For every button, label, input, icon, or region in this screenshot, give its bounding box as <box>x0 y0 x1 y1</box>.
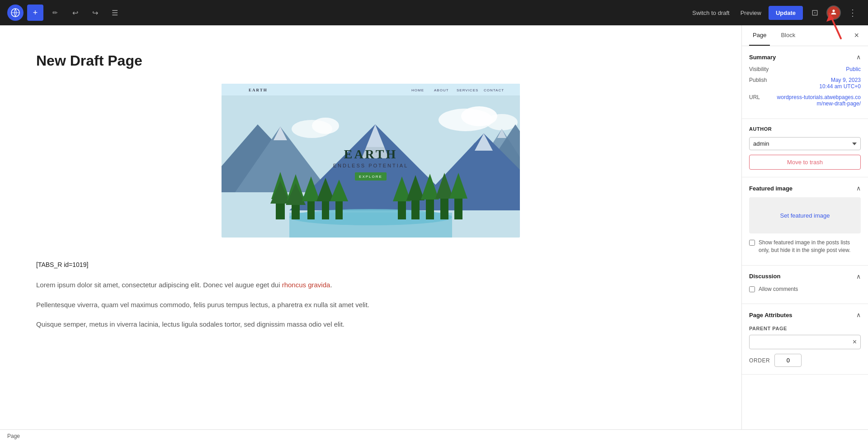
content-para-3: Quisque semper, metus in viverra lacinia… <box>36 318 705 330</box>
allow-comments-row: Allow comments <box>749 285 861 293</box>
move-to-trash-button[interactable]: Move to trash <box>749 155 861 170</box>
svg-text:ABOUT: ABOUT <box>434 88 449 92</box>
order-input[interactable] <box>774 354 802 367</box>
svg-point-6 <box>486 114 518 130</box>
pencil-icon: ✏ <box>52 9 58 16</box>
parent-page-clear-button[interactable]: × <box>853 338 857 346</box>
tab-page[interactable]: Page <box>749 25 770 46</box>
svg-text:CONTACT: CONTACT <box>484 88 504 92</box>
view-button[interactable]: ⊡ <box>807 5 823 21</box>
allow-comments-checkbox[interactable] <box>749 286 755 292</box>
hero-image-container: EARTH HOME ABOUT SERVICES CONTACT EARTH … <box>222 84 520 239</box>
tools-button[interactable]: ✏ <box>47 5 63 21</box>
publish-value[interactable]: May 9, 2023 10:44 am UTC+0 <box>776 77 861 90</box>
content-para-2: Pellentesque viverra, quam vel maximus c… <box>36 299 705 311</box>
page-title[interactable]: New Draft Page <box>36 52 705 69</box>
editor-area: New Draft Page <box>0 25 741 429</box>
svg-text:EARTH: EARTH <box>249 88 268 92</box>
svg-text:SERVICES: SERVICES <box>457 88 478 92</box>
set-featured-image-label: Set featured image <box>780 212 830 219</box>
visibility-value[interactable]: Public <box>776 66 861 72</box>
summary-title: Summary <box>749 54 776 61</box>
parent-page-input-container: × <box>749 335 861 349</box>
author-section: AUTHOR admin Move to trash <box>742 119 868 177</box>
sidebar-tabs: Page Block × <box>742 25 868 46</box>
publish-row: Publish May 9, 2023 10:44 am UTC+0 <box>749 77 861 90</box>
url-label: URL <box>749 94 776 100</box>
order-label: ORDER <box>749 357 770 364</box>
visibility-row: Visibility Public <box>749 66 861 72</box>
parent-page-input[interactable] <box>753 339 853 346</box>
summary-section-header: Summary ∧ <box>749 53 861 61</box>
discussion-section: Discussion ∧ Allow comments <box>742 266 868 304</box>
url-value[interactable]: wordpress-tutorials.atwebpages.com/new-d… <box>776 94 861 107</box>
featured-image-section: Featured image ∧ Set featured image Show… <box>742 177 868 266</box>
highlight-word: rhoncus gravida <box>282 281 330 289</box>
parent-page-label: PARENT PAGE <box>749 326 787 331</box>
update-button[interactable]: Update <box>769 6 803 20</box>
svg-text:ENDLESS POTENTIAL: ENDLESS POTENTIAL <box>333 163 409 168</box>
publish-label: Publish <box>749 77 776 83</box>
tab-block[interactable]: Block <box>777 25 799 46</box>
featured-image-checkbox-label[interactable]: Show featured image in the posts lists o… <box>759 239 861 254</box>
redo-icon: ↪ <box>92 9 98 17</box>
svg-text:EXPLORE: EXPLORE <box>359 175 382 179</box>
document-overview-button[interactable]: ☰ <box>107 5 123 21</box>
summary-toggle[interactable]: ∧ <box>856 53 861 61</box>
svg-text:HOME: HOME <box>411 88 424 92</box>
featured-image-checkbox-row: Show featured image in the posts lists o… <box>749 239 861 254</box>
preview-button[interactable]: Preview <box>737 7 765 19</box>
more-options-button[interactable]: ⋮ <box>844 5 861 21</box>
svg-point-8 <box>312 118 339 134</box>
redo-button[interactable]: ↪ <box>87 5 103 21</box>
avatar[interactable] <box>826 5 841 20</box>
page-attributes-toggle[interactable]: ∧ <box>856 311 861 318</box>
summary-section: Summary ∧ Visibility Public Publish May … <box>742 46 868 119</box>
featured-image-placeholder[interactable]: Set featured image <box>749 197 861 233</box>
featured-image-header: Featured image ∧ <box>749 185 861 192</box>
add-block-button[interactable]: + <box>27 5 43 21</box>
shortcode-text: [TABS_R id=1019] <box>36 261 705 268</box>
content-text: [TABS_R id=1019] Lorem ipsum dolor sit a… <box>36 261 705 330</box>
three-dots-icon: ⋮ <box>848 7 857 18</box>
page-attributes-header: Page Attributes ∧ <box>749 311 861 318</box>
discussion-toggle[interactable]: ∧ <box>856 273 861 280</box>
list-icon: ☰ <box>112 9 118 17</box>
earth-illustration: EARTH HOME ABOUT SERVICES CONTACT EARTH … <box>222 84 520 238</box>
sidebar-close-button[interactable]: × <box>852 25 861 46</box>
page-attributes-title: Page Attributes <box>749 312 793 318</box>
wp-logo[interactable] <box>7 5 24 21</box>
switch-to-draft-button[interactable]: Switch to draft <box>689 7 733 19</box>
status-bar: Page <box>0 429 868 442</box>
view-icon: ⊡ <box>811 8 818 18</box>
allow-comments-label[interactable]: Allow comments <box>759 285 798 293</box>
sidebar: Page Block × Summary ∧ Visibility Public… <box>741 25 868 429</box>
visibility-label: Visibility <box>749 66 776 72</box>
featured-image-checkbox[interactable] <box>749 240 755 246</box>
content-para-1: Lorem ipsum dolor sit amet, consectetur … <box>36 279 705 291</box>
author-label: AUTHOR <box>749 126 772 132</box>
discussion-title: Discussion <box>749 273 780 280</box>
discussion-header: Discussion ∧ <box>749 273 861 280</box>
author-select[interactable]: admin <box>749 137 861 150</box>
plus-icon: + <box>33 8 38 18</box>
url-row: URL wordpress-tutorials.atwebpages.com/n… <box>749 94 861 107</box>
main-area: New Draft Page <box>0 25 868 429</box>
toolbar: + ✏ ↩ ↪ ☰ Switch to draft Preview Update… <box>0 0 868 25</box>
author-section-header: AUTHOR <box>749 126 861 132</box>
undo-button[interactable]: ↩ <box>67 5 83 21</box>
featured-image-title: Featured image <box>749 185 793 192</box>
svg-text:EARTH: EARTH <box>344 147 398 161</box>
status-label: Page <box>7 433 20 439</box>
close-icon: × <box>854 31 859 40</box>
featured-image-toggle[interactable]: ∧ <box>856 185 861 192</box>
toolbar-right: Switch to draft Preview Update ⊡ ⋮ <box>689 5 861 21</box>
undo-icon: ↩ <box>72 9 78 17</box>
page-attributes-section: Page Attributes ∧ PARENT PAGE × ORDER <box>742 304 868 375</box>
order-row: ORDER <box>749 354 861 367</box>
